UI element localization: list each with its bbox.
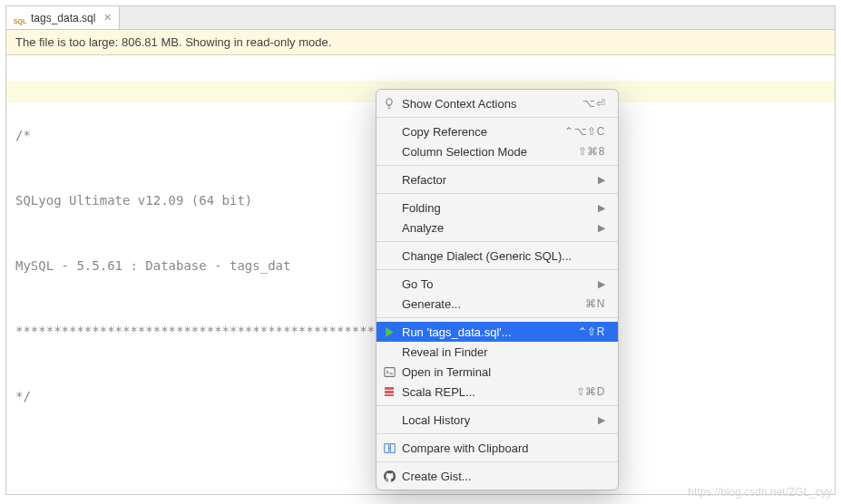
- menu-go-to[interactable]: Go To ▶: [376, 274, 618, 294]
- menu-label: Scala REPL...: [402, 385, 576, 399]
- menu-label: Folding: [402, 201, 594, 215]
- menu-separator: [376, 165, 618, 166]
- chevron-right-icon: ▶: [598, 414, 605, 426]
- menu-label: Open in Terminal: [402, 365, 605, 379]
- menu-label: Column Selection Mode: [402, 145, 578, 159]
- svg-marker-0: [386, 327, 394, 337]
- menu-shortcut: ⌥⏎: [582, 97, 605, 110]
- menu-separator: [376, 269, 618, 270]
- terminal-icon: [382, 364, 396, 379]
- menu-change-dialect[interactable]: Change Dialect (Generic SQL)...: [376, 246, 618, 266]
- menu-column-selection[interactable]: Column Selection Mode ⇧⌘8: [376, 141, 618, 161]
- menu-label: Run 'tags_data.sql'...: [402, 325, 578, 339]
- menu-label: Analyze: [402, 221, 594, 235]
- banner-message: The file is too large: 806.81 MB. Showin…: [15, 35, 331, 49]
- menu-label: Generate...: [402, 297, 585, 311]
- svg-rect-2: [385, 387, 394, 390]
- scala-icon: [382, 384, 396, 399]
- menu-separator: [376, 405, 618, 406]
- menu-local-history[interactable]: Local History ▶: [376, 410, 618, 430]
- play-icon: [382, 325, 396, 339]
- menu-copy-reference[interactable]: Copy Reference ⌃⌥⇧C: [376, 121, 618, 141]
- file-tab[interactable]: SQL tags_data.sql ✕: [6, 6, 120, 29]
- svg-rect-4: [385, 394, 394, 396]
- menu-separator: [376, 461, 618, 462]
- menu-label: Copy Reference: [402, 125, 564, 139]
- readonly-banner: The file is too large: 806.81 MB. Showin…: [6, 30, 835, 55]
- menu-label: Go To: [402, 277, 594, 291]
- menu-create-gist[interactable]: Create Gist...: [376, 466, 618, 486]
- menu-label: Change Dialect (Generic SQL)...: [402, 249, 605, 263]
- menu-compare-clipboard[interactable]: Compare with Clipboard: [376, 438, 618, 458]
- menu-shortcut: ⇧⌘D: [576, 385, 605, 398]
- tab-filename: tags_data.sql: [31, 12, 95, 24]
- menu-label: Create Gist...: [402, 470, 605, 483]
- chevron-right-icon: ▶: [598, 174, 605, 186]
- menu-label: Refactor: [402, 173, 594, 187]
- menu-label: Show Context Actions: [402, 97, 582, 111]
- menu-folding[interactable]: Folding ▶: [376, 198, 618, 218]
- menu-separator: [376, 433, 618, 434]
- menu-analyze[interactable]: Analyze ▶: [376, 218, 618, 237]
- menu-shortcut: ⇧⌘8: [578, 145, 605, 158]
- chevron-right-icon: ▶: [598, 202, 605, 214]
- lightbulb-icon: [382, 96, 396, 111]
- close-tab-icon[interactable]: ✕: [103, 12, 112, 24]
- menu-shortcut: ⌃⌥⇧C: [564, 125, 605, 138]
- menu-separator: [376, 117, 618, 118]
- menu-open-terminal[interactable]: Open in Terminal: [376, 362, 618, 382]
- watermark-text: https://blog.csdn.net/ZGL_cyy: [688, 486, 832, 499]
- menu-context-actions[interactable]: Show Context Actions ⌥⏎: [376, 93, 618, 113]
- menu-separator: [376, 241, 618, 242]
- menu-label: Reveal in Finder: [402, 345, 605, 359]
- menu-scala-repl[interactable]: Scala REPL... ⇧⌘D: [376, 382, 618, 402]
- menu-generate[interactable]: Generate... ⌘N: [376, 294, 618, 314]
- diff-icon: [382, 441, 396, 455]
- svg-rect-1: [384, 367, 394, 376]
- svg-rect-3: [385, 391, 394, 393]
- menu-refactor[interactable]: Refactor ▶: [376, 170, 618, 189]
- sql-file-icon: SQL: [14, 12, 26, 24]
- menu-label: Compare with Clipboard: [402, 441, 605, 455]
- chevron-right-icon: ▶: [598, 222, 605, 234]
- menu-shortcut: ⌘N: [585, 297, 605, 310]
- github-icon: [382, 469, 396, 483]
- tab-bar: SQL tags_data.sql ✕: [6, 6, 835, 30]
- context-menu: Show Context Actions ⌥⏎ Copy Reference ⌃…: [376, 89, 619, 490]
- menu-shortcut: ⌃⇧R: [578, 325, 605, 338]
- chevron-right-icon: ▶: [598, 278, 605, 290]
- menu-label: Local History: [402, 413, 594, 427]
- menu-separator: [376, 193, 618, 194]
- menu-reveal-finder[interactable]: Reveal in Finder: [376, 342, 618, 362]
- menu-separator: [376, 317, 618, 318]
- menu-run[interactable]: Run 'tags_data.sql'... ⌃⇧R: [376, 322, 618, 342]
